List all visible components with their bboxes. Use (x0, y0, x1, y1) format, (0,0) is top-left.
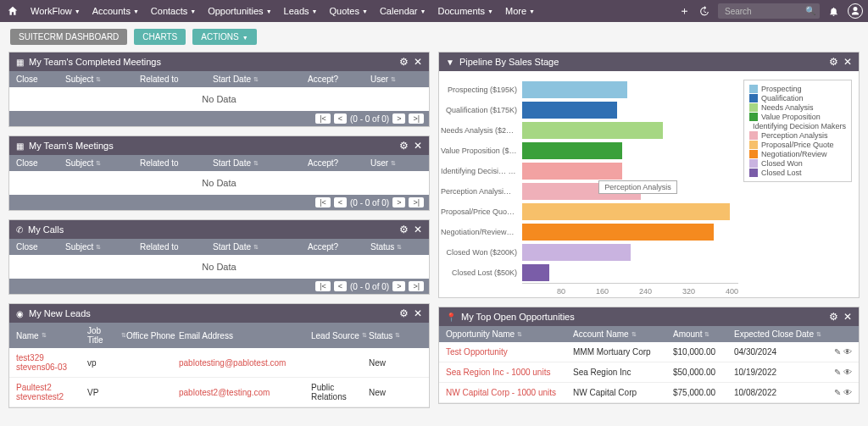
chart-bar[interactable] (522, 81, 627, 98)
chart-bar[interactable] (522, 163, 622, 180)
column-header[interactable]: Account Name⇅ (573, 329, 673, 339)
column-header[interactable]: Job Title⇅ (87, 326, 126, 345)
user-avatar[interactable] (848, 3, 863, 19)
chart-bar[interactable] (522, 244, 631, 261)
column-header[interactable]: Start Date⇅ (213, 242, 308, 252)
column-header[interactable]: Accept? (308, 242, 370, 252)
chart-bar[interactable] (522, 122, 663, 139)
close-icon[interactable]: ✕ (414, 140, 422, 152)
no-data-label: No Data (9, 255, 429, 279)
column-header[interactable]: Close (16, 75, 65, 84)
nav-calendar[interactable]: Calendar▼ (375, 3, 431, 19)
gear-icon[interactable]: ⚙ (399, 224, 409, 235)
close-icon[interactable]: ✕ (843, 311, 852, 323)
search-input[interactable] (718, 3, 820, 19)
view-icon[interactable]: 👁 (843, 388, 852, 397)
lead-name-link[interactable]: test329 stevens06-03 (16, 353, 67, 372)
nav-quotes[interactable]: Quotes▼ (324, 3, 372, 19)
view-icon[interactable]: 👁 (843, 368, 852, 377)
column-header[interactable]: Close (16, 242, 65, 252)
column-header[interactable]: Expected Close Date⇅ (734, 329, 852, 339)
edit-icon[interactable]: ✎ (834, 347, 841, 357)
column-header[interactable]: Close (16, 158, 65, 168)
first-page-button[interactable]: |< (315, 281, 331, 291)
close-icon[interactable]: ✕ (414, 307, 422, 319)
next-page-button[interactable]: > (392, 197, 405, 207)
legend-item: Proposal/Price Quote (749, 141, 846, 149)
view-icon[interactable]: 👁 (843, 347, 852, 357)
column-header[interactable]: Name⇅ (16, 326, 87, 345)
column-header[interactable]: Office Phone (126, 326, 179, 345)
nav-leads[interactable]: Leads▼ (279, 3, 323, 19)
column-header[interactable]: Related to (140, 158, 213, 168)
actions-menu[interactable]: ACTIONS▼ (192, 29, 256, 45)
nav-workflow[interactable]: WorkFlow▼ (25, 3, 86, 19)
nav-accounts[interactable]: Accounts▼ (87, 3, 144, 19)
search-icon[interactable]: 🔍 (805, 6, 815, 15)
gear-icon[interactable]: ⚙ (399, 140, 409, 152)
edit-icon[interactable]: ✎ (834, 368, 841, 377)
column-header[interactable]: Subject⇅ (65, 158, 140, 168)
prev-page-button[interactable]: < (334, 281, 347, 291)
prev-page-button[interactable]: < (334, 113, 347, 124)
gear-icon[interactable]: ⚙ (829, 311, 838, 323)
nav-more[interactable]: More▼ (500, 3, 540, 19)
next-page-button[interactable]: > (392, 281, 405, 291)
chart-bar[interactable] (522, 203, 730, 220)
chart-bar[interactable] (522, 102, 617, 119)
column-header[interactable]: Amount⇅ (673, 329, 734, 339)
opp-name-link[interactable]: Sea Region Inc - 1000 units (446, 368, 550, 377)
gear-icon[interactable]: ⚙ (399, 56, 409, 68)
first-page-button[interactable]: |< (315, 197, 331, 207)
column-header[interactable]: Accept? (308, 75, 370, 84)
column-header[interactable]: Status⇅ (369, 326, 422, 345)
column-header[interactable]: User⇅ (370, 75, 422, 84)
home-icon[interactable] (5, 3, 20, 19)
close-icon[interactable]: ✕ (414, 56, 422, 68)
column-header[interactable]: Subject⇅ (65, 242, 140, 252)
next-page-button[interactable]: > (392, 113, 405, 124)
column-header[interactable]: Lead Source⇅ (311, 326, 369, 345)
chart-bar[interactable] (522, 142, 622, 159)
column-header[interactable]: Start Date⇅ (213, 158, 308, 168)
column-header[interactable]: Related to (140, 242, 213, 252)
chart-bar[interactable] (522, 264, 549, 281)
last-page-button[interactable]: >| (409, 281, 424, 291)
nav-opportunities[interactable]: Opportunities▼ (203, 3, 276, 19)
history-icon[interactable] (698, 6, 709, 17)
close-icon[interactable]: ✕ (414, 224, 422, 235)
sort-icon: ⇅ (397, 244, 402, 251)
last-page-button[interactable]: >| (409, 113, 424, 124)
lead-email-link[interactable]: pablotesting@pablotest.com (179, 358, 286, 368)
gear-icon[interactable]: ⚙ (399, 307, 409, 319)
chart-bar[interactable] (522, 224, 714, 241)
lead-name-link[interactable]: Paultest2 stevenstest2 (16, 383, 64, 401)
column-header[interactable]: Opportunity Name⇅ (446, 329, 573, 339)
sort-icon: ⇅ (391, 76, 396, 83)
gear-icon[interactable]: ⚙ (829, 56, 838, 68)
tab-dashboard[interactable]: SUITECRM DASHBOARD (10, 29, 127, 45)
cell-status: New (369, 358, 422, 368)
column-header[interactable]: Related to (140, 75, 213, 84)
nav-contacts[interactable]: Contacts▼ (146, 3, 201, 19)
column-header[interactable]: User⇅ (370, 158, 422, 168)
prev-page-button[interactable]: < (334, 197, 347, 207)
cell-close-date: 04/30/2024 (734, 347, 818, 357)
first-page-button[interactable]: |< (315, 113, 331, 124)
column-header[interactable]: Email Address (179, 326, 311, 345)
opp-name-link[interactable]: NW Capital Corp - 1000 units (446, 388, 556, 397)
tab-charts[interactable]: CHARTS (134, 29, 186, 45)
add-icon[interactable]: ＋ (679, 3, 690, 19)
column-header[interactable]: Subject⇅ (65, 75, 140, 84)
column-header[interactable]: Start Date⇅ (213, 75, 308, 84)
close-icon[interactable]: ✕ (843, 56, 852, 68)
last-page-button[interactable]: >| (409, 197, 424, 207)
lead-email-link[interactable]: pablotest2@testing.com (179, 388, 270, 397)
nav-documents[interactable]: Documents▼ (432, 3, 498, 19)
cell-close-date: 10/19/2022 (734, 368, 818, 377)
opp-name-link[interactable]: Test Opportunity (446, 347, 508, 357)
edit-icon[interactable]: ✎ (834, 388, 841, 397)
column-header[interactable]: Status⇅ (370, 242, 422, 252)
column-header[interactable]: Accept? (308, 158, 370, 168)
notifications-icon[interactable] (828, 6, 839, 17)
